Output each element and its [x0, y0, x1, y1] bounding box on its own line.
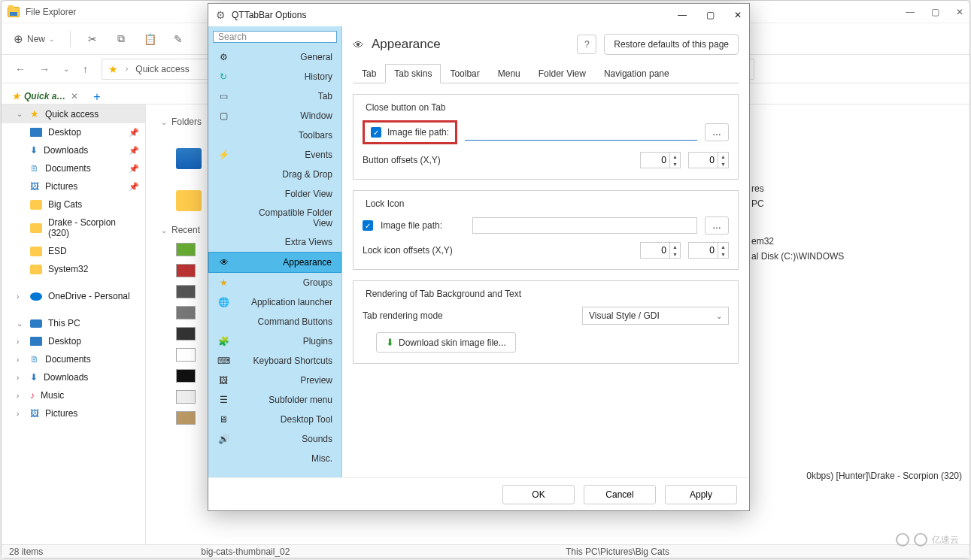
download-skin-button[interactable]: ⬇ Download skin image file...	[376, 332, 516, 353]
tree-pc-downloads[interactable]: ›⬇Downloads	[2, 368, 145, 386]
folder-thumb[interactable]	[176, 190, 202, 211]
sidebar-item-desktop[interactable]: 🖥Desktop Tool	[208, 410, 341, 429]
tab-navpane[interactable]: Navigation pane	[595, 64, 678, 83]
copy-icon[interactable]: ⧉	[114, 32, 128, 45]
version-link[interactable]: QTTabBar ver 2048 Beta 2	[208, 468, 341, 477]
tree-desktop[interactable]: Desktop📌	[2, 123, 145, 141]
lock-x-spinner[interactable]: ▲▼	[640, 242, 681, 259]
tab-folderview[interactable]: Folder View	[529, 64, 595, 83]
download-icon: ⬇	[386, 337, 394, 348]
file-thumb[interactable]	[176, 285, 196, 298]
offset-y-spinner[interactable]: ▲▼	[688, 152, 729, 168]
cancel-button[interactable]: Cancel	[584, 485, 656, 504]
image-path-checkbox[interactable]: ✓	[371, 127, 381, 138]
file-thumb[interactable]	[176, 243, 196, 256]
sidebar-item-extraviews[interactable]: Extra Views	[208, 232, 341, 252]
offset-x-spinner[interactable]: ▲▼	[640, 152, 681, 168]
sidebar-item-dragdrop[interactable]: Drag & Drop	[208, 165, 341, 184]
apply-button[interactable]: Apply	[665, 485, 737, 504]
tab-toolbar[interactable]: Toolbar	[441, 64, 488, 83]
file-thumb[interactable]	[176, 390, 196, 404]
tab-close-icon[interactable]: ✕	[71, 91, 78, 101]
sidebar-item-general[interactable]: ⚙General	[208, 47, 341, 67]
sidebar-item-groups[interactable]: ★Groups	[208, 273, 341, 292]
paste-icon[interactable]: 📋	[143, 33, 156, 45]
sidebar-item-launcher[interactable]: 🌐Application launcher	[208, 292, 341, 312]
sidebar-item-appearance[interactable]: 👁Appearance	[208, 252, 341, 273]
lock-image-input[interactable]	[472, 217, 697, 234]
tree-pc-desktop[interactable]: ›Desktop	[2, 332, 145, 350]
tree-drake[interactable]: Drake - Scorpion (320)	[2, 213, 145, 242]
sidebar-item-folderview[interactable]: Folder View	[208, 184, 341, 204]
sidebar-item-subfolder[interactable]: ☰Subfolder menu	[208, 390, 341, 410]
sidebar-item-tab[interactable]: ▭Tab	[208, 86, 341, 106]
search-input[interactable]: Search Quick access	[768, 64, 956, 74]
item-count: 28 items	[9, 546, 43, 557]
tree-documents[interactable]: 🗎Documents📌	[2, 159, 145, 177]
tree-esd[interactable]: ESD	[2, 242, 145, 260]
cut-icon[interactable]: ✂	[86, 33, 99, 45]
sidebar-item-plugins[interactable]: 🧩Plugins	[208, 331, 341, 351]
file-thumb[interactable]	[176, 264, 196, 277]
help-button[interactable]: ?	[577, 35, 596, 54]
tree-pictures[interactable]: 🖼Pictures📌	[2, 177, 145, 195]
tab-quick-access[interactable]: ★ Quick a… ✕	[8, 89, 83, 104]
logo-icon	[914, 533, 927, 546]
back-icon[interactable]: ←	[15, 63, 26, 75]
button-icon	[217, 316, 229, 328]
file-thumb[interactable]	[176, 369, 196, 383]
rename-icon[interactable]: ✎	[171, 33, 185, 45]
sidebar-item-history[interactable]: ↻History	[208, 67, 341, 86]
browse-button[interactable]: …	[705, 216, 729, 235]
tree-downloads[interactable]: ⬇Downloads📌	[2, 141, 145, 159]
window-icon: ▢	[217, 110, 229, 122]
file-thumb[interactable]	[176, 348, 196, 362]
sidebar-item-toolbars[interactable]: Toolbars	[208, 126, 341, 145]
tree-onedrive[interactable]: ›OneDrive - Personal	[2, 287, 145, 305]
up-icon[interactable]: ↑	[83, 63, 88, 75]
lock-image-checkbox[interactable]: ✓	[363, 220, 373, 231]
forward-icon[interactable]: →	[39, 63, 50, 75]
tree-quick-access[interactable]: ⌄★Quick access	[2, 104, 145, 123]
tree-thispc[interactable]: ⌄This PC	[2, 314, 145, 332]
tree-bigcats[interactable]: Big Cats	[2, 195, 145, 213]
tab-add-icon[interactable]: +	[93, 90, 100, 104]
file-thumb[interactable]	[176, 327, 196, 341]
image-path-input[interactable]	[465, 124, 697, 141]
file-thumb[interactable]	[176, 306, 196, 319]
sidebar-item-commandbtns[interactable]: Command Buttons	[208, 312, 341, 331]
tab-tabskins[interactable]: Tab skins	[385, 64, 441, 83]
ok-button[interactable]: OK	[502, 485, 575, 504]
close-icon[interactable]: ✕	[734, 10, 742, 20]
sidebar-item-sounds[interactable]: 🔊Sounds	[208, 429, 341, 449]
divider	[70, 31, 71, 47]
sidebar-item-misc[interactable]: Misc.	[208, 449, 341, 468]
file-thumb[interactable]	[176, 411, 196, 425]
sidebar-item-preview[interactable]: 🖼Preview	[208, 371, 341, 390]
close-icon[interactable]: ✕	[956, 7, 963, 17]
tree-system32[interactable]: System32	[2, 260, 145, 278]
sidebar-item-keyboard[interactable]: ⌨Keyboard Shortcuts	[208, 351, 341, 371]
search-input[interactable]: Search	[213, 31, 337, 43]
maximize-icon[interactable]: ▢	[931, 7, 939, 17]
star-icon: ★	[12, 91, 20, 101]
browse-button[interactable]: …	[705, 123, 729, 141]
sidebar-item-events[interactable]: ⚡Events	[208, 145, 341, 165]
tree-pc-pictures[interactable]: ›🖼Pictures	[2, 404, 145, 422]
restore-defaults-button[interactable]: Restore defaults of this page	[604, 34, 739, 55]
minimize-icon[interactable]: —	[678, 10, 687, 20]
minimize-icon[interactable]: —	[906, 7, 915, 17]
folder-thumb[interactable]	[176, 148, 202, 169]
render-mode-select[interactable]: Visual Style / GDI⌄	[582, 307, 729, 325]
lock-y-spinner[interactable]: ▲▼	[688, 242, 729, 259]
maximize-icon[interactable]: ▢	[706, 10, 715, 20]
new-button[interactable]: ⊕New⌄	[14, 32, 55, 46]
sidebar-item-compat[interactable]: Compatible Folder View	[208, 204, 341, 232]
tab-tab[interactable]: Tab	[353, 64, 385, 83]
recent-dropdown-icon[interactable]: ⌄	[63, 65, 69, 73]
tree-pc-documents[interactable]: ›🗎Documents	[2, 350, 145, 368]
tab-menu[interactable]: Menu	[489, 64, 529, 83]
tree-pc-music[interactable]: ›♪Music	[2, 386, 145, 404]
sidebar-item-window[interactable]: ▢Window	[208, 106, 341, 126]
eye-icon: 👁	[218, 256, 230, 268]
